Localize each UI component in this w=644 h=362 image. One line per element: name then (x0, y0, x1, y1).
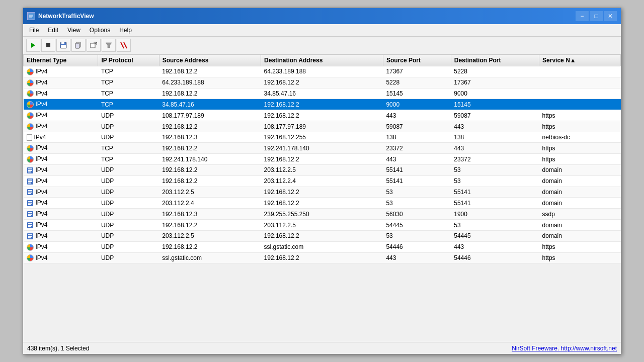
cell-source-address: 192.168.12.2 (159, 143, 261, 154)
table-row[interactable]: IPv4UDP192.168.12.2108.177.97.1895908744… (24, 121, 621, 132)
cell-source-port: 53 (383, 198, 451, 209)
cell-destination-address: 239.255.255.250 (261, 209, 383, 220)
export-button[interactable] (87, 39, 101, 52)
menu-edit[interactable]: Edit (44, 25, 62, 35)
cell-destination-address: 108.177.97.189 (261, 121, 383, 132)
cell-source-address: 192.168.12.3 (159, 209, 261, 220)
cell-service-name (539, 77, 621, 88)
svg-rect-27 (28, 190, 32, 191)
table-row[interactable]: IPv4UDP192.168.12.2203.112.2.55444553dom… (24, 220, 621, 231)
menu-options[interactable]: Options (86, 25, 114, 35)
cell-service-name (539, 88, 621, 99)
cell-source-address: 192.241.178.140 (159, 154, 261, 165)
table-row[interactable]: IPv4TCP34.85.47.16192.168.12.2900015145 (24, 99, 621, 110)
table-row[interactable]: IPv4UDP192.168.12.2203.112.2.55514153dom… (24, 164, 621, 175)
svg-rect-20 (28, 170, 32, 171)
title-controls: − □ ✕ (576, 11, 617, 21)
cell-ethernet-type: IPv4 (24, 110, 98, 121)
menu-help[interactable]: Help (115, 25, 136, 35)
cell-destination-port: 17367 (451, 77, 539, 88)
svg-rect-45 (28, 237, 31, 238)
table-row[interactable]: IPv4UDP203.112.2.5192.168.12.25355141dom… (24, 187, 621, 198)
stop-button[interactable] (41, 39, 55, 52)
svg-rect-39 (28, 223, 32, 224)
cell-ip-protocol: UDP (98, 187, 159, 198)
table-row[interactable]: IPv4UDP108.177.97.189192.168.12.24435908… (24, 110, 621, 121)
cell-source-port: 15145 (383, 88, 451, 99)
cell-source-address: 192.168.12.2 (159, 220, 261, 231)
col-destination-address[interactable]: Destination Address (261, 55, 383, 66)
col-source-address[interactable]: Source Address (159, 55, 261, 66)
cell-source-port: 443 (383, 154, 451, 165)
table-row[interactable]: IPv4UDP192.168.12.3239.255.255.250560301… (24, 209, 621, 220)
maximize-button[interactable]: □ (590, 11, 603, 21)
cell-ip-protocol: UDP (98, 220, 159, 231)
table-row[interactable]: IPv4TCP192.168.12.2192.241.178.140233724… (24, 143, 621, 154)
cell-destination-address: 34.85.47.16 (261, 88, 383, 99)
col-destination-port[interactable]: Destination Port (451, 55, 539, 66)
table-header-row: Ethernet Type IP Protocol Source Address… (24, 55, 621, 66)
content-area: Ethernet Type IP Protocol Source Address… (23, 54, 621, 342)
svg-rect-21 (28, 171, 31, 172)
col-ip-protocol[interactable]: IP Protocol (98, 55, 159, 66)
filter-button[interactable] (102, 39, 116, 52)
cell-ip-protocol: UDP (98, 164, 159, 175)
menu-view[interactable]: View (63, 25, 85, 35)
table-container[interactable]: Ethernet Type IP Protocol Source Address… (23, 54, 621, 342)
cell-source-port: 55141 (383, 164, 451, 175)
svg-rect-24 (28, 181, 32, 182)
table-row[interactable]: IPv4UDP192.168.12.2203.112.2.45514153dom… (24, 175, 621, 187)
table-row[interactable]: IPv4UDP192.168.12.3192.168.12.255138138n… (24, 132, 621, 142)
table-row[interactable]: IPv4UDP192.168.12.2ssl.gstatic.com544464… (24, 241, 621, 252)
svg-rect-36 (28, 214, 32, 215)
properties-button[interactable] (117, 39, 131, 52)
save-button[interactable] (56, 39, 70, 52)
status-bar: 438 item(s), 1 Selected NirSoft Freeware… (23, 342, 621, 354)
minimize-button[interactable]: − (576, 11, 589, 21)
col-source-port[interactable]: Source Port (383, 55, 451, 66)
cell-destination-address: 192.168.12.2 (261, 230, 383, 241)
cell-ip-protocol: UDP (98, 121, 159, 132)
menu-bar: File Edit View Options Help (23, 24, 621, 37)
cell-ethernet-type: IPv4 (24, 154, 98, 165)
cell-ip-protocol: UDP (98, 209, 159, 220)
svg-line-17 (121, 42, 124, 48)
cell-ethernet-type: IPv4 (24, 99, 98, 110)
col-service-name[interactable]: Service N▲ (539, 55, 621, 66)
nirsoft-link[interactable]: NirSoft Freeware. http://www.nirsoft.net (512, 345, 617, 352)
cell-ethernet-type: IPv4 (24, 175, 98, 187)
cell-ip-protocol: UDP (98, 175, 159, 187)
close-button[interactable]: ✕ (604, 11, 617, 21)
svg-rect-44 (28, 236, 32, 237)
table-row[interactable]: IPv4TCP192.168.12.264.233.189.1881736752… (24, 66, 621, 77)
cell-service-name: https (539, 241, 621, 252)
cell-destination-address: 203.112.2.4 (261, 175, 383, 187)
title-bar: NetworkTrafficView − □ ✕ (23, 8, 621, 24)
cell-destination-port: 53 (451, 164, 539, 175)
table-row[interactable]: IPv4UDP203.112.2.5192.168.12.25354445dom… (24, 230, 621, 241)
cell-source-address: 34.85.47.16 (159, 99, 261, 110)
cell-ethernet-type: IPv4 (24, 252, 98, 263)
cell-ethernet-type: IPv4 (24, 121, 98, 132)
cell-destination-port: 138 (451, 132, 539, 142)
svg-rect-23 (28, 179, 32, 180)
cell-source-port: 5228 (383, 77, 451, 88)
table-row[interactable]: IPv4TCP64.233.189.188192.168.12.25228173… (24, 77, 621, 88)
col-ethernet-type[interactable]: Ethernet Type (24, 55, 98, 66)
svg-rect-37 (28, 215, 31, 216)
cell-ethernet-type: IPv4 (24, 164, 98, 175)
cell-ip-protocol: UDP (98, 110, 159, 121)
cell-destination-port: 443 (451, 143, 539, 154)
copy-button[interactable] (71, 39, 86, 52)
table-row[interactable]: IPv4TCP192.241.178.140192.168.12.2443233… (24, 154, 621, 165)
menu-file[interactable]: File (25, 25, 43, 35)
cell-source-port: 138 (383, 132, 451, 142)
svg-rect-10 (75, 43, 79, 48)
table-row[interactable]: IPv4UDP203.112.2.4192.168.12.25355141dom… (24, 198, 621, 209)
table-row[interactable]: IPv4UDPssl.gstatic.com192.168.12.2443544… (24, 252, 621, 263)
play-button[interactable] (26, 39, 40, 52)
table-row[interactable]: IPv4TCP192.168.12.234.85.47.16151459000 (24, 88, 621, 99)
cell-source-port: 56030 (383, 209, 451, 220)
cell-destination-address: 192.168.12.2 (261, 198, 383, 209)
cell-destination-port: 53 (451, 220, 539, 231)
